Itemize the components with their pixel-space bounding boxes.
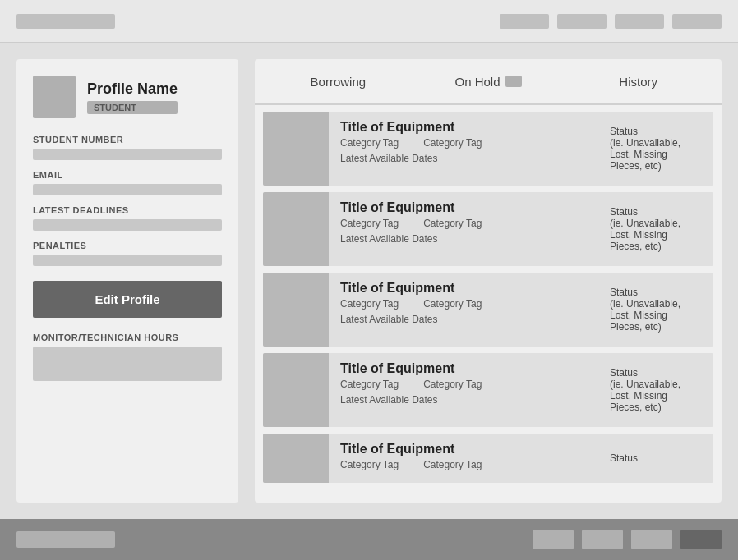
penalties-field: PENALTIES (33, 241, 222, 266)
equipment-tag-2: Category Tag (423, 298, 482, 310)
table-row[interactable]: Title of Equipment Category Tag Category… (263, 353, 713, 427)
equipment-details: Title of Equipment Category Tag Category… (329, 112, 598, 186)
email-field: EMAIL (33, 170, 222, 195)
edit-profile-button[interactable]: Edit Profile (33, 281, 222, 318)
equipment-thumbnail (263, 273, 329, 347)
top-bar-actions (500, 14, 722, 29)
profile-name: Profile Name (87, 80, 178, 98)
equipment-tags: Category Tag Category Tag (340, 218, 587, 229)
equipment-thumbnail (263, 112, 329, 186)
equipment-status: Status (ie. Unavailable, Lost, Missing P… (598, 353, 713, 427)
status-text: Status (610, 126, 702, 137)
profile-info: Profile Name STUDENT (87, 80, 178, 114)
equipment-tag-1: Category Tag (340, 459, 399, 470)
role-badge: STUDENT (87, 101, 178, 114)
main-content: Profile Name STUDENT STUDENT NUMBER EMAI… (0, 43, 738, 519)
equipment-tag-1: Category Tag (340, 298, 399, 310)
status-text: Status (610, 452, 702, 464)
equipment-title: Title of Equipment (340, 200, 587, 215)
top-bar-btn-4[interactable] (672, 14, 722, 29)
equipment-panel: Borrowing On Hold History Title of Equip… (255, 59, 722, 503)
equipment-thumbnail (263, 353, 329, 427)
email-value (33, 184, 222, 195)
status-text: Status (610, 206, 702, 218)
equipment-tag-2: Category Tag (423, 218, 482, 229)
table-row[interactable]: Title of Equipment Category Tag Category… (263, 112, 713, 186)
equipment-title: Title of Equipment (340, 281, 587, 296)
equipment-status: Status (598, 434, 713, 483)
tab-on-hold[interactable]: On Hold (413, 68, 564, 95)
monitor-hours-label: MONITOR/TECHNICIAN HOURS (33, 333, 222, 342)
tabs-row: Borrowing On Hold History (255, 59, 722, 105)
bottom-bar-btn-4[interactable] (680, 530, 722, 549)
penalties-value (33, 255, 222, 266)
equipment-dates: Latest Available Dates (340, 153, 587, 164)
tab-history[interactable]: History (563, 68, 713, 95)
equipment-status: Status (ie. Unavailable, Lost, Missing P… (598, 112, 713, 186)
bottom-bar-btn-3[interactable] (631, 530, 672, 549)
student-number-label: STUDENT NUMBER (33, 135, 222, 145)
equipment-thumbnail (263, 434, 329, 483)
status-text: Status (610, 287, 702, 298)
equipment-tags: Category Tag Category Tag (340, 379, 587, 390)
on-hold-indicator (505, 76, 522, 87)
equipment-tag-2: Category Tag (423, 137, 482, 149)
equipment-title: Title of Equipment (340, 442, 587, 457)
latest-deadlines-field: LATEST DEADLINES (33, 205, 222, 231)
equipment-tag-2: Category Tag (423, 459, 482, 470)
equipment-dates: Latest Available Dates (340, 314, 587, 325)
student-number-field: STUDENT NUMBER (33, 135, 222, 160)
equipment-details: Title of Equipment Category Tag Category… (329, 273, 598, 347)
table-row[interactable]: Title of Equipment Category Tag Category… (263, 192, 713, 266)
avatar (33, 76, 76, 118)
equipment-tags: Category Tag Category Tag (340, 137, 587, 149)
equipment-tag-1: Category Tag (340, 137, 399, 149)
bottom-bar-btn-2[interactable] (582, 530, 623, 549)
status-detail: (ie. Unavailable, Lost, Missing Pieces, … (610, 379, 702, 413)
equipment-dates: Latest Available Dates (340, 233, 587, 245)
top-bar-btn-2[interactable] (557, 14, 607, 29)
logo (16, 14, 115, 29)
monitor-hours-value (33, 347, 222, 381)
monitor-hours-field: MONITOR/TECHNICIAN HOURS (33, 333, 222, 381)
top-bar-btn-3[interactable] (615, 14, 664, 29)
table-row[interactable]: Title of Equipment Category Tag Category… (263, 273, 713, 347)
bottom-bar-btn-1[interactable] (533, 530, 574, 549)
equipment-tags: Category Tag Category Tag (340, 459, 587, 470)
equipment-status: Status (ie. Unavailable, Lost, Missing P… (598, 273, 713, 347)
status-detail: (ie. Unavailable, Lost, Missing Pieces, … (610, 218, 702, 252)
equipment-details: Title of Equipment Category Tag Category… (329, 434, 598, 483)
latest-deadlines-value (33, 219, 222, 231)
equipment-dates: Latest Available Dates (340, 394, 587, 406)
top-bar (0, 0, 738, 43)
tab-borrowing[interactable]: Borrowing (263, 68, 413, 95)
profile-panel: Profile Name STUDENT STUDENT NUMBER EMAI… (16, 59, 238, 503)
equipment-tag-1: Category Tag (340, 218, 399, 229)
profile-header: Profile Name STUDENT (33, 76, 222, 118)
bottom-bar-logo (16, 531, 115, 548)
top-bar-btn-1[interactable] (500, 14, 549, 29)
status-detail: (ie. Unavailable, Lost, Missing Pieces, … (610, 137, 702, 172)
status-text: Status (610, 367, 702, 379)
status-detail: (ie. Unavailable, Lost, Missing Pieces, … (610, 298, 702, 333)
equipment-tags: Category Tag Category Tag (340, 298, 587, 310)
equipment-details: Title of Equipment Category Tag Category… (329, 353, 598, 427)
equipment-thumbnail (263, 192, 329, 266)
equipment-tag-2: Category Tag (423, 379, 482, 390)
latest-deadlines-label: LATEST DEADLINES (33, 205, 222, 215)
equipment-title: Title of Equipment (340, 361, 587, 376)
email-label: EMAIL (33, 170, 222, 180)
student-number-value (33, 149, 222, 160)
penalties-label: PENALTIES (33, 241, 222, 250)
equipment-details: Title of Equipment Category Tag Category… (329, 192, 598, 266)
bottom-bar-actions (533, 530, 722, 549)
equipment-status: Status (ie. Unavailable, Lost, Missing P… (598, 192, 713, 266)
equipment-tag-1: Category Tag (340, 379, 399, 390)
table-row[interactable]: Title of Equipment Category Tag Category… (263, 434, 713, 483)
equipment-title: Title of Equipment (340, 120, 587, 135)
bottom-bar (0, 519, 738, 560)
equipment-list: Title of Equipment Category Tag Category… (255, 105, 722, 503)
